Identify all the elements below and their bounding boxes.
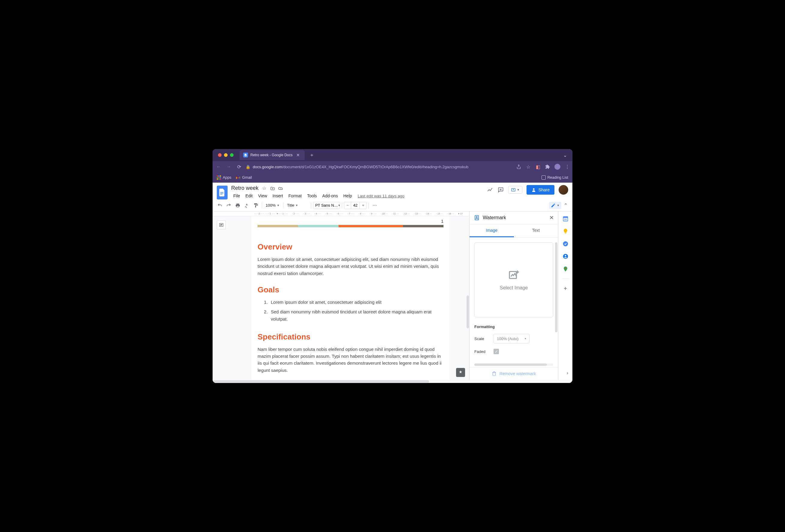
menu-addons[interactable]: Add-ons (320, 193, 340, 199)
extensions-icon[interactable] (545, 164, 550, 170)
goals-list[interactable]: Lorem ipsum dolor sit amet, consectetuer… (258, 299, 444, 323)
docs-logo-icon[interactable] (217, 186, 228, 199)
font-size-input[interactable] (351, 202, 360, 209)
browser-window: Retro week - Google Docs ✕ ＋ ⌄ ← → ⟳ 🔒 d… (212, 149, 573, 383)
minimize-window-button[interactable] (224, 153, 228, 157)
account-avatar[interactable] (559, 185, 568, 195)
maps-icon[interactable] (562, 266, 568, 272)
redo-button[interactable] (225, 201, 233, 210)
heading-specifications[interactable]: Specifications (258, 332, 444, 341)
heading-overview[interactable]: Overview (258, 242, 444, 252)
svg-rect-4 (220, 194, 223, 195)
document-page[interactable]: 1 Overview Lorem ipsum dolor sit amet, c… (252, 216, 450, 380)
more-tools-button[interactable]: ⋯ (371, 201, 379, 210)
add-addon-icon[interactable]: + (562, 285, 568, 292)
maximize-window-button[interactable] (230, 153, 234, 157)
extension-icon-1[interactable]: ◧ (535, 164, 541, 170)
paragraph-overview[interactable]: Lorem ipsum dolor sit amet, consectetuer… (258, 256, 444, 277)
heading-goals[interactable]: Goals (258, 285, 444, 295)
list-item[interactable]: Sed diam nonummy nibh euismod tincidunt … (269, 308, 444, 323)
menu-format[interactable]: Format (286, 193, 304, 199)
browser-menu-icon[interactable]: ⋮ (565, 164, 570, 170)
document-scroll-area[interactable]: 1 Overview Lorem ipsum dolor sit amet, c… (212, 216, 469, 380)
document-canvas: · · · 2 · · ·· · · 1 · · ·▾ · ·· 1 · · ·… (212, 211, 469, 380)
move-icon[interactable] (270, 186, 275, 191)
style-select[interactable]: Title▼ (285, 203, 309, 207)
workspace: · · · 2 · · ·· · · 1 · · ·▾ · ·· 1 · · ·… (212, 211, 573, 380)
svg-rect-3 (220, 193, 224, 194)
tab-close-icon[interactable]: ✕ (295, 153, 301, 157)
svg-point-14 (476, 217, 477, 218)
docs-app: Retro week ☆ File Edit View Insert Forma… (212, 183, 573, 383)
menu-file[interactable]: File (231, 193, 242, 199)
menu-help[interactable]: Help (341, 193, 354, 199)
scale-select[interactable]: 100% (Auto) ▾ (493, 334, 530, 344)
hide-side-panel-icon[interactable]: › (567, 370, 568, 376)
font-select[interactable]: PT Sans N…▼ (313, 202, 340, 209)
keep-icon[interactable] (562, 228, 568, 234)
bookmarks-bar: Apps Gmail Reading List (212, 172, 573, 183)
last-edit-link[interactable]: Last edit was 11 days ago (358, 194, 405, 198)
menu-insert[interactable]: Insert (271, 193, 285, 199)
address-bar-actions: ☆ ◧ ⋮ (516, 164, 570, 170)
activity-icon[interactable] (487, 186, 493, 193)
bookmark-gmail[interactable]: Gmail (236, 175, 252, 180)
cloud-status-icon[interactable] (278, 186, 284, 191)
menu-view[interactable]: View (256, 193, 269, 199)
address-bar[interactable]: 🔒 docs.google.com/document/d/1xG1zOE4X_H… (246, 164, 513, 169)
select-image-dropzone[interactable]: Select Image (474, 242, 553, 317)
print-button[interactable] (234, 201, 242, 210)
close-window-button[interactable] (218, 153, 222, 157)
document-title[interactable]: Retro week (231, 185, 258, 191)
add-image-icon (508, 269, 520, 281)
tasks-icon[interactable] (562, 241, 568, 247)
bookmark-star-icon[interactable]: ☆ (526, 164, 531, 170)
font-size-decrease[interactable]: − (344, 202, 351, 209)
menu-tools[interactable]: Tools (305, 193, 319, 199)
browser-tab[interactable]: Retro week - Google Docs ✕ (239, 150, 305, 160)
panel-scrollbar[interactable] (555, 242, 557, 332)
page-number: 1 (258, 216, 444, 225)
paragraph-specifications[interactable]: Nam liber tempor cum soluta nobis eleife… (258, 346, 444, 374)
paint-format-button[interactable] (252, 201, 260, 210)
zoom-select[interactable]: 100%▼ (264, 203, 281, 207)
back-button[interactable]: ← (215, 164, 222, 170)
watermark-icon (474, 215, 480, 221)
document-outline-button[interactable] (217, 221, 226, 229)
spellcheck-button[interactable] (243, 201, 251, 210)
profile-avatar-mini[interactable] (554, 164, 560, 170)
horizontal-ruler[interactable]: · · · 2 · · ·· · · 1 · · ·▾ · ·· 1 · · ·… (212, 211, 469, 216)
tab-image[interactable]: Image (470, 224, 514, 237)
forward-button[interactable]: → (225, 164, 232, 170)
menu-edit[interactable]: Edit (244, 193, 255, 199)
font-size-increase[interactable]: + (360, 202, 366, 209)
tabstrip-menu-icon[interactable]: ⌄ (560, 152, 570, 158)
panel-horizontal-scrollbar[interactable] (474, 363, 553, 366)
explore-button[interactable] (456, 368, 465, 377)
vertical-scrollbar[interactable] (466, 218, 469, 319)
tab-text[interactable]: Text (514, 224, 558, 237)
scale-label: Scale (474, 336, 489, 341)
new-tab-button[interactable]: ＋ (309, 152, 314, 158)
horizontal-scrollbar[interactable] (212, 380, 573, 383)
svg-rect-1 (245, 155, 246, 156)
contacts-icon[interactable] (562, 253, 568, 259)
faded-checkbox[interactable]: ✓ (493, 349, 499, 354)
editing-mode-button[interactable]: ▼ (549, 202, 561, 209)
panel-close-button[interactable]: ✕ (549, 214, 554, 221)
comments-icon[interactable] (498, 186, 504, 193)
list-item[interactable]: Lorem ipsum dolor sit amet, consectetuer… (269, 299, 444, 306)
present-button[interactable]: ▼ (508, 186, 522, 194)
bookmark-apps[interactable]: Apps (217, 175, 231, 180)
remove-watermark-button[interactable]: Remove watermark (492, 371, 536, 376)
undo-button[interactable] (216, 201, 224, 210)
collapse-toolbar-button[interactable]: ⌃ (562, 202, 569, 208)
share-page-icon[interactable] (516, 164, 522, 170)
select-image-label: Select Image (500, 285, 528, 290)
reading-list-button[interactable]: Reading List (541, 175, 568, 180)
star-icon[interactable]: ☆ (261, 186, 267, 191)
reload-button[interactable]: ⟳ (235, 164, 243, 170)
calendar-icon[interactable]: 31 (562, 216, 568, 222)
font-size-control: − + (344, 202, 367, 209)
share-button[interactable]: Share (527, 185, 554, 195)
